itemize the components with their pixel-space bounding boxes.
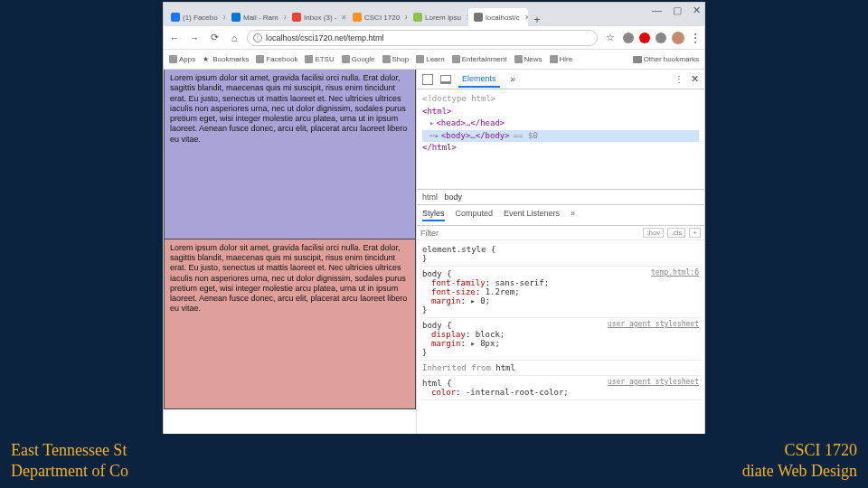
extension-icon[interactable] — [639, 33, 650, 43]
tab-facebook[interactable]: (1) Facebo✕ — [165, 8, 225, 26]
dom-body[interactable]: <body>…</body> — [441, 131, 510, 140]
bookmark-star-icon[interactable]: ☆ — [603, 32, 618, 43]
bookmark-item[interactable]: Facebook — [256, 55, 297, 63]
bm-label: ETSU — [315, 55, 334, 63]
site-info-icon[interactable]: i — [253, 33, 262, 42]
tab-elements[interactable]: Elements — [458, 71, 500, 88]
rule-selector: html — [422, 379, 442, 388]
tab-gmail[interactable]: Inbox (3) -✕ — [287, 8, 346, 26]
bm-label: Shop — [392, 55, 410, 63]
content-area: Lorem ipsum dolor sit amet, gravida faci… — [164, 70, 704, 485]
footer-right: CSCI 1720 diate Web Design — [742, 440, 857, 483]
tab-csci[interactable]: CSCI 1720✕ — [347, 8, 407, 26]
new-tab-button[interactable]: + — [529, 14, 545, 26]
bookmark-item[interactable]: Google — [342, 55, 375, 63]
folder-icon — [342, 55, 350, 63]
profile-avatar[interactable] — [672, 32, 684, 44]
rule-body-ua[interactable]: user agent stylesheet body { display: bl… — [420, 318, 701, 361]
more-tabs-button[interactable]: » — [507, 71, 520, 87]
apps-button[interactable]: Apps — [169, 55, 195, 63]
css-prop: font-size — [431, 287, 476, 296]
bookmark-item[interactable]: Hire — [550, 55, 573, 63]
close-icon[interactable]: ✕ — [222, 14, 225, 22]
inherited-from: html — [495, 363, 515, 372]
inspect-icon[interactable] — [422, 74, 433, 85]
tab-localhost[interactable]: localhost/c✕ — [468, 8, 528, 26]
rule-selector: element.style — [422, 245, 486, 254]
maximize-button[interactable]: ▢ — [673, 5, 682, 16]
close-icon[interactable]: ✕ — [524, 14, 528, 22]
bookmark-item[interactable]: Entertainment — [452, 55, 507, 63]
extension-icon[interactable] — [656, 33, 666, 43]
home-button[interactable]: ⌂ — [227, 33, 241, 43]
more-tabs-button[interactable]: » — [571, 209, 575, 221]
cls-toggle[interactable]: .cls — [667, 228, 685, 238]
rule-source-link[interactable]: temp.html:6 — [651, 268, 699, 277]
css-val: ▸ 8px; — [470, 339, 500, 348]
tab-styles[interactable]: Styles — [422, 209, 445, 221]
footer-left: East Tennessee St Department of Co — [11, 440, 128, 483]
tab-event-listeners[interactable]: Event Listeners — [504, 209, 560, 221]
rendered-page[interactable]: Lorem ipsum dolor sit amet, gravida faci… — [164, 70, 417, 485]
reload-button[interactable]: ⟳ — [207, 32, 222, 43]
css-val: -internal-root-color; — [466, 388, 569, 397]
back-button[interactable]: ← — [167, 33, 182, 43]
folder-icon — [256, 55, 264, 63]
expand-icon[interactable]: ▸ — [429, 118, 434, 127]
bookmark-item[interactable]: ETSU — [305, 55, 334, 63]
bm-label: Apps — [179, 55, 195, 63]
favicon — [474, 13, 483, 22]
bm-label: Bookmarks — [212, 55, 249, 63]
close-icon[interactable]: ✕ — [283, 14, 286, 22]
dom-html-close[interactable]: </html> — [422, 143, 457, 152]
device-toggle-icon[interactable] — [440, 75, 451, 84]
folder-icon — [382, 55, 391, 63]
menu-button[interactable]: ⋮ — [690, 32, 701, 44]
bm-label: Facebook — [266, 55, 297, 63]
rule-element-style[interactable]: element.style { } — [420, 242, 701, 267]
crumb-html[interactable]: html — [422, 192, 438, 202]
tab-lorem[interactable]: Lorem Ipsu✕ — [408, 8, 467, 26]
new-rule-button[interactable]: + — [689, 228, 701, 238]
bookmark-item[interactable]: ★Bookmarks — [203, 55, 249, 63]
extension-icon[interactable] — [623, 33, 634, 43]
tab-label: CSCI 1720 — [364, 14, 400, 22]
rule-html-ua[interactable]: user agent stylesheet html { color: -int… — [420, 376, 701, 400]
other-bookmarks[interactable]: Other bookmarks — [633, 55, 699, 63]
filter-input[interactable] — [420, 229, 639, 238]
close-icon[interactable]: ✕ — [404, 14, 407, 22]
hov-toggle[interactable]: :hov — [643, 228, 664, 238]
tab-outlook[interactable]: Mail - Ram✕ — [226, 8, 286, 26]
forward-button[interactable]: → — [187, 33, 202, 43]
selected-suffix: == $0 — [514, 131, 538, 140]
settings-icon[interactable]: ⋮ — [675, 74, 684, 84]
close-button[interactable]: ✕ — [693, 5, 701, 16]
dom-html-open[interactable]: <html> — [422, 107, 452, 116]
browser-window: (1) Facebo✕ Mail - Ram✕ Inbox (3) -✕ CSC… — [163, 2, 705, 486]
window-controls: — ▢ ✕ — [652, 5, 701, 16]
devtools-close-icon[interactable]: ✕ — [691, 73, 699, 85]
url-text: localhost/csci1720.net/temp.html — [266, 33, 384, 42]
crumb-body[interactable]: body — [445, 192, 463, 202]
rule-body-author[interactable]: temp.html:6 body { font-family: sans-ser… — [420, 267, 701, 318]
rule-inherited-header: Inherited from html — [420, 361, 701, 376]
close-icon[interactable]: ✕ — [466, 14, 467, 22]
breadcrumb[interactable]: html body — [417, 189, 704, 205]
close-icon[interactable]: ✕ — [341, 14, 346, 22]
tab-computed[interactable]: Computed — [456, 209, 494, 221]
tab-label: Mail - Ram — [243, 14, 278, 22]
dom-tree[interactable]: <!doctype html> <html> ▸<head>…</head> ⋯… — [417, 89, 704, 189]
slide-footer: East Tennessee St Department of Co CSCI … — [0, 434, 868, 488]
bookmark-item[interactable]: Shop — [382, 55, 410, 63]
minimize-button[interactable]: — — [652, 5, 662, 16]
address-bar[interactable]: i localhost/csci1720.net/temp.html — [247, 30, 598, 46]
folder-icon — [550, 55, 558, 63]
css-val: sans-serif; — [495, 278, 549, 287]
footer-course: CSCI 1720 — [784, 441, 857, 459]
expand-icon[interactable]: ▸ — [434, 131, 439, 140]
tab-label: (1) Facebo — [183, 14, 218, 22]
css-val: 1.2rem; — [486, 287, 520, 296]
bookmark-item[interactable]: Learn — [416, 55, 444, 63]
dom-head[interactable]: <head>…</head> — [436, 118, 505, 127]
bookmark-item[interactable]: News — [514, 55, 542, 63]
